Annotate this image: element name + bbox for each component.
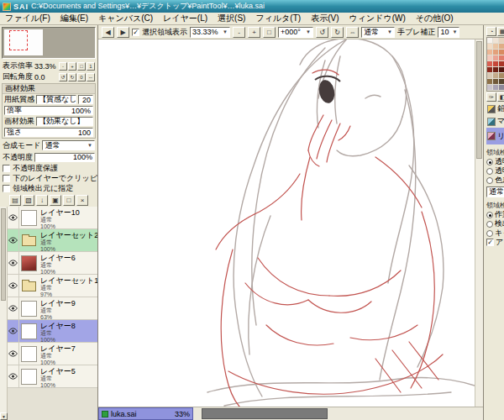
radio-icon[interactable]: [486, 221, 493, 228]
paper-texture-select[interactable]: 【質感なし】: [36, 95, 76, 104]
merge-down-button[interactable]: ▣: [50, 195, 61, 206]
menu-select[interactable]: 選択(S): [213, 13, 250, 24]
new-layer-set-button[interactable]: ▧: [23, 195, 34, 206]
antialias-row[interactable]: アンチエイリアス有効: [486, 238, 504, 247]
paint-mode-combo[interactable]: 通常 ▼: [361, 27, 395, 38]
radio-icon[interactable]: [486, 177, 493, 184]
color-swatch[interactable]: [487, 50, 493, 55]
radio-icon[interactable]: [486, 212, 493, 218]
blend-mode-select[interactable]: 通常 ▼: [42, 140, 95, 150]
color-swatch[interactable]: [493, 50, 499, 55]
clipping-checkbox[interactable]: [3, 175, 10, 182]
color-swatch[interactable]: [493, 67, 499, 73]
color-swatch[interactable]: [487, 67, 493, 73]
color-swatch[interactable]: [487, 73, 493, 79]
radio-icon[interactable]: [486, 168, 493, 175]
visibility-eye-icon[interactable]: [8, 207, 19, 228]
color-swatch[interactable]: [499, 38, 504, 44]
document-tab[interactable]: luka.sai 33%: [98, 407, 193, 420]
layer-list-scroll-down-button[interactable]: ▼: [0, 412, 8, 420]
color-swatch[interactable]: [493, 73, 499, 79]
texture-scale-slider[interactable]: 倍率 100%: [4, 106, 93, 115]
clear-layer-button[interactable]: □: [63, 195, 75, 206]
color-swatch[interactable]: [499, 44, 504, 50]
show-selection-checkbox[interactable]: [132, 29, 139, 36]
canvas-zoom-combo[interactable]: 33.33% ▼: [190, 27, 230, 38]
canvas-rotate-ccw-button[interactable]: ↺: [316, 27, 328, 38]
tool-brush-selected[interactable]: リヴァ: [486, 128, 504, 144]
title-bar[interactable]: SAI C:¥Documents and Settings¥…¥デスクトップ¥P…: [0, 0, 504, 13]
color-wheel-tab[interactable]: ◔: [486, 27, 496, 36]
canvas-angle-combo[interactable]: +000° ▼: [278, 27, 313, 38]
view-prev-button[interactable]: ◀: [102, 27, 114, 38]
color-swatch[interactable]: [499, 73, 504, 79]
tool-marker[interactable]: マーカー: [486, 115, 504, 128]
color-swatch[interactable]: [487, 79, 493, 85]
visibility-eye-icon[interactable]: [8, 229, 19, 251]
color-swatch[interactable]: [493, 38, 499, 44]
fg-bg-color-icon[interactable]: ◧: [497, 92, 504, 102]
canvas-viewport[interactable]: [98, 39, 475, 407]
zoom-reset-button[interactable]: 1: [87, 62, 95, 71]
visibility-eye-icon[interactable]: [8, 275, 19, 297]
canvas-vertical-scroll-thumb[interactable]: [476, 41, 482, 159]
color-swatch[interactable]: [499, 55, 504, 61]
transfer-down-button[interactable]: ↓: [36, 195, 48, 206]
menu-layer[interactable]: レイヤー(L): [158, 13, 213, 24]
zoom-in-button[interactable]: +: [68, 62, 76, 71]
tool-pencil[interactable]: 鉛筆: [486, 102, 504, 115]
layer-list-scroll-thumb[interactable]: [1, 208, 6, 301]
color-swatch[interactable]: [487, 55, 493, 61]
visibility-eye-icon[interactable]: [8, 252, 19, 274]
layer-row-8-selected[interactable]: レイヤー8 通常 100%: [8, 320, 97, 343]
color-swatch[interactable]: [499, 67, 504, 73]
color-swatch[interactable]: [487, 85, 493, 91]
stabilizer-combo[interactable]: 10 ▼: [438, 27, 459, 38]
detect-mode-option-3[interactable]: 色差が範囲内の部分: [486, 176, 504, 185]
layer-row-10[interactable]: レイヤー10 通常 100%: [8, 207, 97, 229]
menu-filter[interactable]: フィルタ(T): [250, 13, 306, 24]
new-layer-button[interactable]: ▤: [9, 195, 21, 206]
clipping-row[interactable]: 下のレイヤーでクリッピング: [0, 173, 97, 183]
antialias-checkbox[interactable]: [486, 239, 494, 246]
rotate-ccw-button[interactable]: ↺: [59, 73, 67, 81]
menu-view[interactable]: 表示(V): [306, 13, 344, 24]
detect-source-row[interactable]: 領域検出元に指定: [0, 183, 97, 193]
layer-row-7[interactable]: レイヤー7 通常 100%: [8, 343, 97, 365]
swatches-tab[interactable]: ▦: [497, 27, 504, 36]
visibility-eye-icon[interactable]: [8, 297, 19, 319]
navigator-thumbnail[interactable]: [2, 27, 96, 59]
menu-window[interactable]: ウィンドウ(W): [344, 13, 410, 24]
navigator-view-rect[interactable]: [9, 30, 28, 50]
color-swatch[interactable]: [499, 85, 504, 91]
opacity-lock-checkbox[interactable]: [3, 165, 10, 172]
view-next-button[interactable]: ▶: [117, 27, 129, 38]
effect-strength-slider[interactable]: 強さ 100: [4, 128, 93, 137]
layer-set-folder-icon[interactable]: [19, 275, 39, 297]
menu-others[interactable]: その他(O): [411, 13, 459, 24]
color-swatch[interactable]: [487, 38, 493, 44]
menu-canvas[interactable]: キャンバス(C): [93, 13, 158, 24]
canvas-flip-h-button[interactable]: ⇔: [346, 27, 359, 38]
radio-icon[interactable]: [486, 230, 493, 237]
detect-blend-combo[interactable]: 通常 ▼: [486, 186, 504, 197]
color-swatch[interactable]: [493, 85, 499, 91]
visibility-eye-icon[interactable]: [8, 343, 19, 365]
layer-row-set2[interactable]: レイヤーセット2 通常 100%: [8, 229, 97, 252]
color-swatch[interactable]: [487, 44, 493, 50]
color-swatch[interactable]: [493, 79, 499, 85]
rotate-reset-button[interactable]: 0: [77, 73, 86, 81]
opacity-lock-row[interactable]: 不透明度保護: [0, 163, 97, 173]
delete-layer-button[interactable]: ×: [76, 195, 88, 206]
visibility-eye-icon[interactable]: [8, 365, 19, 387]
material-kind-select[interactable]: 【効果なし】: [36, 117, 93, 126]
canvas-vertical-scrollbar[interactable]: [475, 39, 483, 407]
canvas-zoom-fit-button[interactable]: □: [263, 27, 276, 38]
detect-source-checkbox[interactable]: [3, 185, 10, 192]
canvas-horizontal-scrollbar[interactable]: [193, 407, 483, 420]
color-swatch[interactable]: [499, 50, 504, 55]
canvas-horizontal-scroll-thumb[interactable]: [202, 408, 328, 419]
layer-row-6[interactable]: レイヤー6 通常 100%: [8, 252, 97, 275]
layer-row-set1[interactable]: レイヤーセット1 通常 97%: [8, 275, 97, 297]
menu-edit[interactable]: 編集(E): [55, 13, 93, 24]
